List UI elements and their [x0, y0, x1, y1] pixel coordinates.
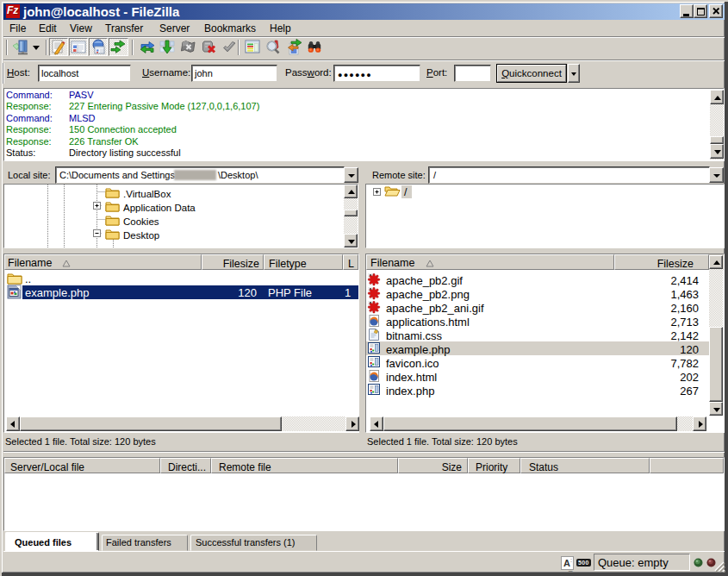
svg-text:Cookies: Cookies [123, 216, 159, 227]
svg-text:/: / [404, 186, 408, 198]
svg-text:Desktop: Desktop [123, 230, 159, 241]
svg-text:Application Data: Application Data [123, 203, 196, 213]
svg-text:.VirtualBox: .VirtualBox [123, 189, 171, 199]
